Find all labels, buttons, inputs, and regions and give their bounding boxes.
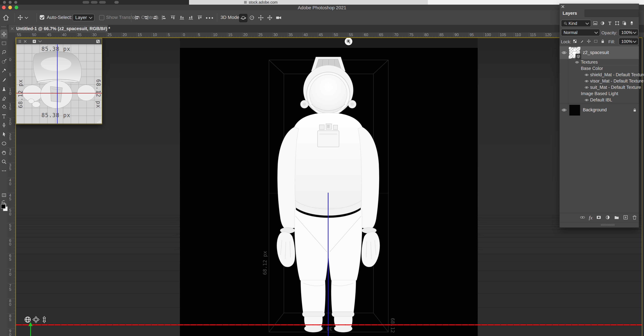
filter-frame-icon[interactable] bbox=[615, 21, 620, 26]
layer-row-default-ibl[interactable]: Default IBL bbox=[560, 97, 639, 103]
layer-row-image-based-light[interactable]: Image Based Light bbox=[560, 91, 639, 97]
tool-paint-bucket[interactable] bbox=[0, 102, 8, 111]
secondary-view-titlebar[interactable] bbox=[16, 38, 102, 44]
align-icon-1[interactable] bbox=[143, 15, 149, 21]
tool-lasso[interactable] bbox=[0, 48, 8, 57]
tool-quick-select[interactable] bbox=[0, 57, 8, 66]
secondary-view-content[interactable]: 85.38 px 85.38 px 68.12 px 68.12 px bbox=[16, 44, 102, 124]
tool-zoom[interactable] bbox=[0, 157, 8, 166]
tool-eraser[interactable] bbox=[0, 93, 8, 102]
layer-row-textures[interactable]: Textures bbox=[560, 59, 639, 65]
tool-quick-mask[interactable] bbox=[0, 191, 8, 200]
filter-smart-icon[interactable] bbox=[622, 21, 627, 26]
secondary-view-window[interactable]: 85.38 px 85.38 px 68.12 px 68.12 px bbox=[16, 38, 102, 124]
align-icon-6[interactable] bbox=[188, 15, 194, 21]
close-view-icon[interactable] bbox=[24, 40, 27, 43]
chevron-down-icon[interactable] bbox=[38, 39, 42, 42]
toolbar-grip[interactable] bbox=[1, 26, 6, 27]
close-panel-icon[interactable] bbox=[561, 5, 564, 8]
layer-row-suit-mat-default-texture[interactable]: suit_Mat - Default Texture bbox=[560, 84, 639, 91]
link-icon[interactable] bbox=[580, 215, 585, 221]
tool-more-dots[interactable] bbox=[0, 166, 8, 175]
tool-move[interactable] bbox=[0, 29, 8, 39]
visibility-eye-icon[interactable] bbox=[584, 84, 590, 91]
ibl-light-widget[interactable] bbox=[345, 38, 352, 45]
fx-icon[interactable]: fx bbox=[589, 215, 592, 221]
folder-icon[interactable] bbox=[614, 215, 619, 221]
filter-type-filter-icon[interactable] bbox=[607, 21, 612, 26]
layer-thumbnail[interactable] bbox=[569, 105, 580, 116]
auto-select-target-dropdown[interactable]: Layer bbox=[72, 14, 94, 21]
chevron-down-icon[interactable] bbox=[25, 15, 28, 19]
more-options-icon[interactable] bbox=[206, 17, 213, 19]
layer-row-z2-spacesuit[interactable]: z2_spacesuit bbox=[560, 46, 639, 59]
camera-pan-widget[interactable] bbox=[32, 316, 40, 323]
swap-view-icon[interactable] bbox=[96, 39, 100, 43]
tool-marquee[interactable] bbox=[0, 39, 8, 48]
tool-pen[interactable] bbox=[0, 121, 8, 130]
lock-lock-icon[interactable] bbox=[600, 39, 605, 44]
tool-hand[interactable] bbox=[0, 148, 8, 157]
home-icon[interactable] bbox=[3, 14, 9, 21]
trash-icon[interactable] bbox=[632, 215, 637, 221]
lock-brush-s-icon[interactable] bbox=[580, 39, 584, 44]
canvas-3d-scene[interactable]: 85.38 px 68.12 px 68.12 px 38 bbox=[180, 38, 478, 336]
align-icon-0[interactable] bbox=[134, 15, 140, 21]
tool-brush[interactable] bbox=[0, 75, 8, 84]
tool-type[interactable] bbox=[0, 111, 8, 121]
mode-slide-3d[interactable] bbox=[266, 14, 274, 21]
blend-mode-dropdown[interactable]: Normal bbox=[561, 29, 600, 36]
tool-shape-ellipse[interactable] bbox=[0, 139, 8, 148]
vertical-ruler[interactable]: 051 01 52 02 53 03 54 04 55 05 56 06 57 … bbox=[8, 37, 16, 336]
view-menu-icon[interactable] bbox=[18, 39, 22, 43]
filter-kind-dropdown[interactable]: Kind bbox=[561, 20, 591, 27]
layer-thumbnail[interactable] bbox=[569, 47, 580, 58]
filter-toggle-icon[interactable] bbox=[629, 21, 634, 26]
auto-select-checkbox[interactable] bbox=[40, 15, 44, 19]
align-icon-7[interactable] bbox=[197, 15, 203, 21]
visibility-eye-icon[interactable] bbox=[561, 104, 567, 116]
mode-orbit-3d[interactable] bbox=[239, 14, 248, 22]
visibility-eye-icon[interactable] bbox=[584, 72, 590, 78]
mode-camera-3d[interactable] bbox=[275, 14, 282, 21]
filter-adjust-icon[interactable] bbox=[600, 21, 605, 26]
layer-row-shield-mat-default-texture[interactable]: shield_Mat - Default Texture bbox=[560, 72, 639, 78]
filter-image-icon[interactable] bbox=[593, 21, 598, 26]
visibility-eye-icon[interactable] bbox=[574, 59, 580, 65]
align-icon-4[interactable] bbox=[170, 15, 176, 21]
layer-row-base-color[interactable]: Base Color bbox=[560, 65, 639, 72]
show-transform-checkbox[interactable] bbox=[99, 15, 104, 20]
panel-resize-grip[interactable] bbox=[560, 222, 639, 227]
camera-orbit-widget[interactable] bbox=[24, 316, 31, 323]
visibility-eye-icon[interactable] bbox=[584, 78, 590, 84]
tool-clone-stamp[interactable] bbox=[0, 84, 8, 93]
visibility-eye-icon[interactable] bbox=[584, 97, 590, 103]
document-tab[interactable]: Untitled-1 @ 66.7% (z2_spacesuit, RGB/8#… bbox=[8, 25, 108, 32]
align-icon-5[interactable] bbox=[179, 15, 185, 21]
camera-dolly-widget[interactable] bbox=[41, 316, 48, 323]
horizontal-ruler[interactable]: 5550454035302520151050510152025303540455… bbox=[8, 32, 644, 37]
tool-eyedropper[interactable] bbox=[0, 66, 8, 75]
ruler-tick bbox=[8, 208, 15, 208]
plus-square-icon[interactable] bbox=[623, 215, 628, 221]
export-view-icon[interactable] bbox=[32, 39, 36, 43]
lock-frame-s-icon[interactable] bbox=[594, 39, 598, 44]
align-icon-2[interactable] bbox=[152, 15, 158, 21]
layer-row-background[interactable]: Background bbox=[560, 103, 639, 116]
layer-row-visor-mat-default-texture[interactable]: visor_Mat - Default Texture bbox=[560, 78, 639, 84]
fill-field[interactable]: 100% bbox=[619, 38, 638, 45]
tool-path-select[interactable] bbox=[0, 130, 8, 139]
opacity-field[interactable]: 100% bbox=[619, 29, 638, 36]
visibility-eye-icon[interactable] bbox=[561, 46, 567, 59]
tab-layers[interactable]: Layers bbox=[560, 9, 584, 17]
adjust-icon[interactable] bbox=[605, 215, 610, 221]
mode-roll-3d[interactable] bbox=[248, 14, 256, 21]
close-tab-icon[interactable] bbox=[10, 27, 14, 30]
lock-move-s-icon[interactable] bbox=[586, 39, 591, 44]
lock-checker-icon[interactable] bbox=[572, 39, 577, 44]
move-tool-icon[interactable] bbox=[17, 14, 23, 20]
foreground-color-swatch[interactable] bbox=[1, 204, 6, 209]
mask-icon[interactable] bbox=[596, 215, 602, 221]
mode-pan-3d[interactable] bbox=[257, 14, 265, 21]
align-icon-3[interactable] bbox=[161, 15, 167, 21]
